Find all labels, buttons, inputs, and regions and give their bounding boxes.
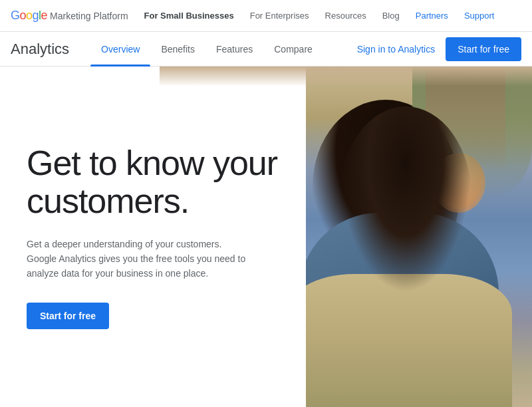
hero-start-free-button[interactable]: Start for free (27, 303, 109, 329)
nav-blog[interactable]: Blog (382, 11, 400, 21)
subnav-compare[interactable]: Compare (263, 32, 323, 67)
hero-title: Get to know your customers. (27, 144, 279, 220)
logo-area: Google Marketing Platform (11, 9, 128, 23)
start-free-button-header[interactable]: Start for free (446, 37, 521, 61)
nav-support[interactable]: Support (464, 11, 495, 21)
nav-for-enterprises[interactable]: For Enterprises (250, 11, 309, 21)
hero-content: Get to know your customers. Get a deeper… (0, 67, 306, 407)
subnav-features[interactable]: Features (205, 32, 263, 67)
hero-section: Get to know your customers. Get a deeper… (0, 67, 532, 407)
analytics-brand: Analytics (11, 41, 69, 58)
hero-description: Get a deeper understanding of your custo… (27, 237, 253, 281)
subnav-overview[interactable]: Overview (90, 32, 150, 67)
subnav-benefits[interactable]: Benefits (150, 32, 205, 67)
google-logo: Google (11, 9, 47, 23)
nav-for-small-businesses[interactable]: For Small Businesses (144, 11, 234, 21)
nav-partners[interactable]: Partners (416, 11, 448, 21)
sub-navigation: Analytics Overview Benefits Features Com… (0, 32, 532, 67)
top-nav-links: For Small Businesses For Enterprises Res… (144, 11, 521, 21)
sign-in-link[interactable]: Sign in to Analytics (357, 44, 436, 55)
platform-name: Marketing Platform (50, 11, 128, 21)
sub-nav-links: Overview Benefits Features Compare (90, 32, 357, 67)
hero-top-strip (160, 67, 532, 86)
sub-nav-right: Sign in to Analytics Start for free (357, 37, 521, 61)
top-navigation: Google Marketing Platform For Small Busi… (0, 0, 532, 32)
nav-resources[interactable]: Resources (325, 11, 366, 21)
